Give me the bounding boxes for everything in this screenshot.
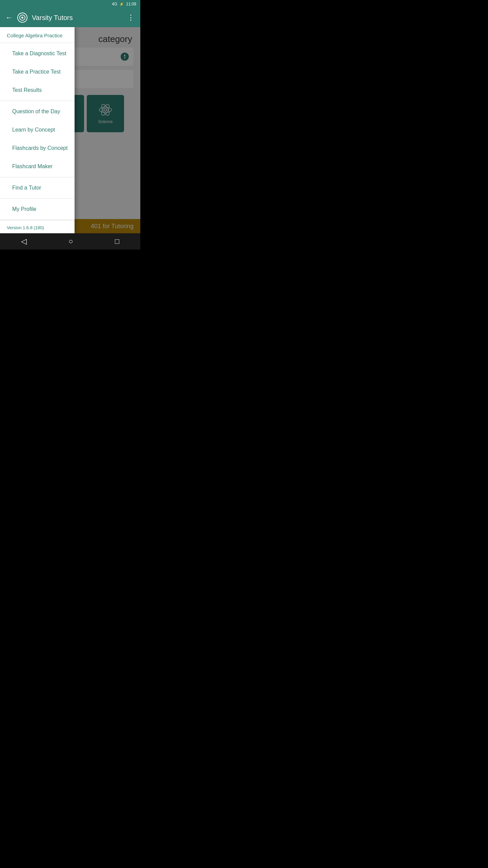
drawer-item-profile[interactable]: My Profile: [0, 200, 75, 218]
drawer-item-flashcards[interactable]: Flashcards by Concept: [0, 139, 75, 157]
battery-icon: ⚡: [119, 2, 124, 6]
app-logo: [17, 12, 28, 23]
drawer-item-diagnostic[interactable]: Take a Diagnostic Test: [0, 44, 75, 63]
drawer-section-study: Question of the Day Learn by Concept Fla…: [0, 101, 75, 177]
main-content: category ⚡ prep GraduateT: [0, 27, 140, 233]
drawer-header: College Algebra Practice: [0, 27, 75, 43]
drawer-section-tests: Take a Diagnostic Test Take a Practice T…: [0, 43, 75, 101]
svg-point-2: [21, 17, 23, 19]
nav-home-button[interactable]: ○: [68, 237, 73, 246]
signal-indicator: 4G: [112, 2, 117, 6]
drawer-item-find-tutor[interactable]: Find a Tutor: [0, 179, 75, 197]
drawer-item-practice[interactable]: Take a Practice Test: [0, 63, 75, 81]
version-text: Version 1.6.8 (180): [7, 225, 44, 230]
app-header: ← Varsity Tutors ⋮: [0, 8, 140, 27]
drawer-item-qotd[interactable]: Question of the Day: [0, 102, 75, 121]
drawer-item-results[interactable]: Test Results: [0, 81, 75, 99]
drawer-footer: Version 1.6.8 (180): [0, 220, 75, 233]
status-bar: 4G ⚡ 11:09: [0, 0, 140, 8]
app-title: Varsity Tutors: [32, 14, 123, 22]
more-options-button[interactable]: ⋮: [127, 13, 135, 22]
drawer-section-tutor: Find a Tutor: [0, 177, 75, 199]
nav-recents-button[interactable]: □: [115, 237, 119, 246]
system-nav-bar: ◁ ○ □: [0, 233, 140, 250]
drawer-section-title: College Algebra Practice: [7, 33, 62, 38]
time-display: 11:09: [126, 2, 136, 6]
nav-back-button[interactable]: ◁: [21, 237, 27, 246]
back-button[interactable]: ←: [5, 13, 13, 22]
drawer-section-profile: My Profile: [0, 199, 75, 220]
drawer-item-learn[interactable]: Learn by Concept: [0, 121, 75, 139]
drawer-item-flashcard-maker[interactable]: Flashcard Maker: [0, 157, 75, 176]
navigation-drawer: College Algebra Practice Take a Diagnost…: [0, 27, 75, 233]
